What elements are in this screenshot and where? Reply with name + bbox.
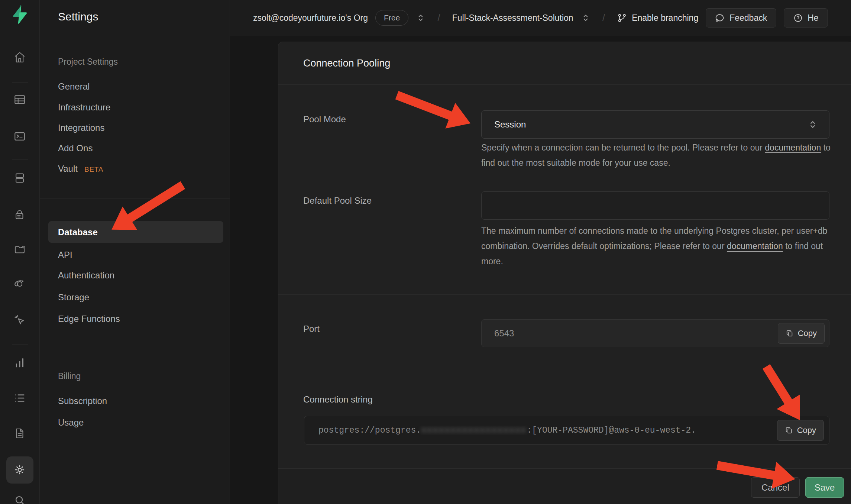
cancel-button[interactable]: Cancel	[751, 477, 800, 498]
connection-string-label: Connection string	[303, 394, 373, 405]
save-button[interactable]: Save	[805, 477, 844, 498]
authentication-icon[interactable]	[11, 206, 28, 223]
database-icon[interactable]	[11, 169, 28, 187]
project-chevron-updown-icon[interactable]	[581, 13, 590, 23]
divider	[278, 84, 851, 85]
pool-mode-value: Session	[494, 119, 808, 130]
logs-icon[interactable]	[11, 390, 28, 407]
connection-string-field: postgres://postgres.xxxxxxxxxxxxxxxxxx:[…	[304, 416, 829, 445]
copy-icon	[786, 329, 794, 337]
port-label: Port	[303, 324, 320, 334]
help-button[interactable]: He	[784, 8, 828, 28]
section-title: Connection Pooling	[303, 42, 390, 84]
help-circle-icon	[793, 13, 803, 23]
sidebar-item-general[interactable]: General	[58, 81, 90, 92]
documentation-link[interactable]: documentation	[727, 241, 783, 251]
documentation-link[interactable]: documentation	[765, 143, 821, 152]
sidebar-item-database[interactable]: Database	[58, 227, 98, 238]
default-pool-size-description: The maximum number of connections made t…	[481, 223, 832, 269]
sidebar-item-edge-functions[interactable]: Edge Functions	[58, 314, 120, 324]
sql-editor-icon[interactable]	[11, 128, 28, 145]
org-chevron-updown-icon[interactable]	[416, 13, 426, 23]
app-icon-rail	[0, 0, 40, 504]
pool-mode-select[interactable]: Session	[481, 110, 829, 139]
connection-pooling-card: Connection Pooling Pool Mode Session Spe…	[278, 42, 851, 504]
sidebar-item-usage[interactable]: Usage	[58, 417, 84, 428]
sidebar-item-subscription[interactable]: Subscription	[58, 396, 107, 406]
settings-icon[interactable]	[11, 461, 28, 478]
copy-icon	[785, 426, 793, 434]
storage-icon[interactable]	[11, 241, 28, 258]
nav-group-project-settings: Project Settings	[58, 57, 118, 67]
sidebar-item-vault[interactable]: VaultBETA	[58, 164, 103, 174]
org-switcher[interactable]: zsolt@codeyourfuture.io's Org	[253, 13, 368, 23]
default-pool-size-label: Default Pool Size	[303, 196, 372, 206]
pool-mode-label: Pool Mode	[303, 114, 346, 125]
settings-sidebar: Settings Project Settings General Infras…	[40, 0, 230, 504]
api-docs-icon[interactable]	[11, 425, 28, 442]
breadcrumb-separator: /	[598, 12, 610, 24]
divider	[40, 36, 230, 36]
plan-badge: Free	[375, 10, 408, 26]
port-field: 6543 Copy	[481, 319, 829, 347]
table-editor-icon[interactable]	[11, 91, 28, 108]
supabase-logo[interactable]	[10, 4, 30, 25]
sidebar-item-integrations[interactable]: Integrations	[58, 123, 104, 133]
search-icon[interactable]	[11, 492, 28, 504]
chevron-updown-icon	[808, 119, 818, 130]
rail-divider	[12, 159, 28, 159]
port-copy-button[interactable]: Copy	[778, 323, 825, 344]
sidebar-item-authentication[interactable]: Authentication	[58, 270, 114, 281]
nav-group-billing: Billing	[58, 371, 81, 381]
feedback-button[interactable]: Feedback	[706, 8, 776, 28]
rail-divider	[12, 345, 28, 345]
port-value: 6543	[494, 328, 778, 339]
sidebar-item-infrastructure[interactable]: Infrastructure	[58, 102, 110, 113]
enable-branching-button[interactable]: Enable branching	[617, 13, 698, 23]
beta-badge: BETA	[84, 165, 103, 173]
divider	[278, 371, 851, 371]
sidebar-item-add-ons[interactable]: Add Ons	[58, 143, 93, 154]
pool-mode-description: Specify when a connection can be returne…	[481, 140, 832, 171]
redacted-project-ref: xxxxxxxxxxxxxxxxxx	[421, 426, 527, 435]
git-branch-icon	[617, 13, 627, 23]
sidebar-item-storage[interactable]: Storage	[58, 292, 89, 303]
project-switcher[interactable]: Full-Stack-Assessment-Solution	[452, 13, 573, 23]
divider	[40, 348, 230, 348]
rail-divider	[12, 83, 28, 83]
connection-string-value: postgres://postgres.xxxxxxxxxxxxxxxxxx:[…	[318, 426, 777, 435]
top-bar: zsolt@codeyourfuture.io's Org Free / Ful…	[230, 0, 851, 36]
home-icon[interactable]	[11, 49, 28, 66]
default-pool-size-input[interactable]	[481, 191, 829, 220]
realtime-icon[interactable]	[11, 275, 28, 293]
advisors-icon[interactable]	[11, 311, 28, 329]
divider	[40, 198, 230, 199]
footer-actions: Cancel Save	[751, 477, 844, 498]
breadcrumb-separator: /	[433, 12, 445, 24]
speech-bubble-icon	[715, 13, 725, 23]
page-title: Settings	[58, 10, 98, 23]
reports-icon[interactable]	[11, 354, 28, 371]
connection-string-copy-button[interactable]: Copy	[777, 420, 824, 441]
sidebar-item-api[interactable]: API	[58, 250, 72, 260]
divider	[278, 294, 851, 295]
